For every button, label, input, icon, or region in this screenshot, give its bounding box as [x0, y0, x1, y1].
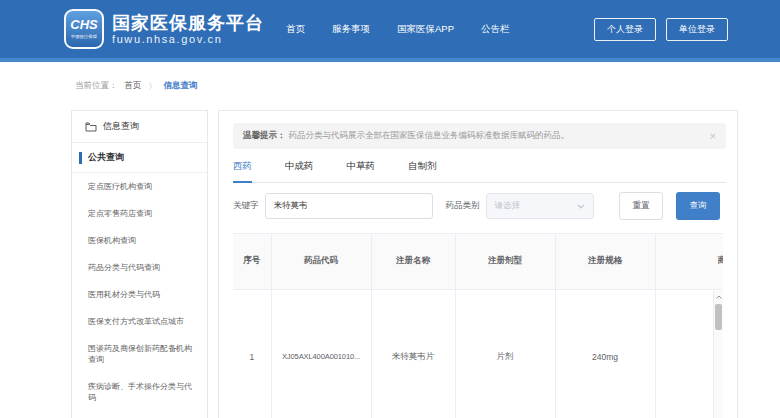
logo-badge-text: CHS [70, 18, 97, 32]
sidebar-item-negotiated-drugs-institutions[interactable]: 国谈药及商保创新药配备机构查询 [72, 335, 207, 373]
nav-item-bulletin[interactable]: 公告栏 [481, 23, 510, 36]
category-select-placeholder: 请选择 [495, 200, 521, 212]
tab-chinese-patent-medicine[interactable]: 中成药 [285, 160, 314, 182]
unit-login-button[interactable]: 单位登录 [666, 18, 728, 41]
cell-drug-code: XJ05AXL400A001010... [271, 289, 371, 418]
nav-item-app[interactable]: 国家医保APP [397, 23, 454, 36]
chs-logo-icon: CHS 中国医疗保障 [64, 9, 104, 49]
table-row[interactable]: 1 XJ05AXL400A001010... 来特莫韦片 片剂 240mg [233, 289, 723, 418]
column-header-registered-name: 注册名称 [371, 234, 455, 289]
cell-dosage-form: 片剂 [455, 289, 555, 418]
results-table-container: 序号 药品代码 注册名称 注册剂型 注册规格 商品名 1 XJ05AXL400A… [233, 233, 723, 418]
sidebar-item-payment-reform-pilot-cities[interactable]: 医保支付方式改革试点城市 [72, 308, 207, 335]
drug-type-tabs: 西药 中成药 中草药 自制剂 [233, 160, 726, 183]
breadcrumb-separator-icon: 〉 [149, 81, 157, 92]
keyword-label: 关键字 [233, 200, 259, 212]
close-icon[interactable]: × [710, 131, 716, 142]
column-header-specification: 注册规格 [555, 234, 655, 289]
logo-text-block: 国家医保服务平台 fuwu.nhsa.gov.cn [112, 13, 264, 46]
logo-badge-subtext: 中国医疗保障 [71, 33, 97, 39]
category-select[interactable]: 请选择 [486, 193, 594, 219]
sidebar-item-insurance-agencies[interactable]: 医保机构查询 [72, 227, 207, 254]
site-domain: fuwu.nhsa.gov.cn [112, 33, 264, 46]
sidebar-item-drug-classification-codes[interactable]: 药品分类与代码查询 [72, 254, 207, 281]
alert-prefix: 温馨提示： [243, 130, 286, 142]
sidebar-item-designated-medical-institutions[interactable]: 定点医疗机构查询 [72, 173, 207, 200]
nav-item-services[interactable]: 服务事项 [332, 23, 370, 36]
cell-specification: 240mg [555, 289, 655, 418]
site-logo[interactable]: CHS 中国医疗保障 国家医保服务平台 fuwu.nhsa.gov.cn [64, 9, 264, 49]
sidebar-title: 信息查询 [72, 111, 207, 143]
breadcrumb-current: 信息查询 [164, 80, 198, 92]
tab-western-medicine[interactable]: 西药 [233, 160, 252, 183]
breadcrumb-prefix: 当前位置： [75, 80, 118, 92]
sidebar-item-consumables-classification-codes[interactable]: 医用耗材分类与代码 [72, 281, 207, 308]
folder-icon [85, 122, 97, 132]
category-label: 药品类别 [446, 200, 480, 212]
sidebar-menu: 定点医疗机构查询 定点零售药店查询 医保机构查询 药品分类与代码查询 医用耗材分… [72, 173, 207, 411]
header-accent-strip [0, 58, 780, 62]
main-nav: 首页 服务事项 国家医保APP 公告栏 [286, 23, 510, 36]
personal-login-button[interactable]: 个人登录 [594, 18, 656, 41]
column-header-drug-code: 药品代码 [271, 234, 371, 289]
breadcrumb: 当前位置： 首页 〉 信息查询 [75, 80, 198, 92]
scroll-up-icon[interactable] [714, 291, 723, 302]
active-section-marker [79, 152, 82, 164]
login-buttons: 个人登录 单位登录 [594, 18, 728, 41]
breadcrumb-home-link[interactable]: 首页 [125, 80, 142, 92]
search-form: 关键字 药品类别 请选择 重置 查询 [233, 192, 720, 220]
table-header-row: 序号 药品代码 注册名称 注册剂型 注册规格 商品名 [233, 234, 723, 289]
results-table: 序号 药品代码 注册名称 注册剂型 注册规格 商品名 1 XJ05AXL400A… [233, 234, 723, 418]
column-header-trade-name: 商品名 [655, 234, 723, 289]
keyword-input[interactable] [265, 193, 433, 219]
sidebar-section-public-query[interactable]: 公共查询 [72, 143, 207, 173]
column-header-dosage-form: 注册剂型 [455, 234, 555, 289]
cell-index: 1 [233, 289, 271, 418]
nav-item-home[interactable]: 首页 [286, 23, 305, 36]
site-title: 国家医保服务平台 [112, 13, 264, 33]
tab-chinese-herbal-medicine[interactable]: 中草药 [347, 160, 376, 182]
column-header-index: 序号 [233, 234, 271, 289]
sidebar-section-label: 公共查询 [88, 151, 124, 164]
cell-registered-name: 来特莫韦片 [371, 289, 455, 418]
alert-message: 药品分类与代码展示全部在国家医保信息业务编码标准数据库赋码的药品。 [289, 130, 570, 142]
sidebar-title-label: 信息查询 [103, 120, 139, 133]
tab-self-prepared[interactable]: 自制剂 [408, 160, 437, 182]
vertical-scrollbar-thumb[interactable] [715, 304, 722, 330]
sidebar: 信息查询 公共查询 定点医疗机构查询 定点零售药店查询 医保机构查询 药品分类与… [71, 110, 208, 418]
vertical-scrollbar[interactable] [713, 291, 723, 418]
tip-alert: 温馨提示： 药品分类与代码展示全部在国家医保信息业务编码标准数据库赋码的药品。 … [233, 123, 726, 149]
sidebar-item-diagnosis-operation-codes[interactable]: 疾病诊断、手术操作分类与代码 [72, 373, 207, 411]
chevron-down-icon [577, 204, 585, 209]
sidebar-item-designated-retail-pharmacies[interactable]: 定点零售药店查询 [72, 200, 207, 227]
reset-button[interactable]: 重置 [619, 192, 663, 220]
main-panel: 温馨提示： 药品分类与代码展示全部在国家医保信息业务编码标准数据库赋码的药品。 … [218, 110, 738, 418]
search-button[interactable]: 查询 [676, 192, 720, 220]
app-header: CHS 中国医疗保障 国家医保服务平台 fuwu.nhsa.gov.cn 首页 … [0, 0, 780, 58]
